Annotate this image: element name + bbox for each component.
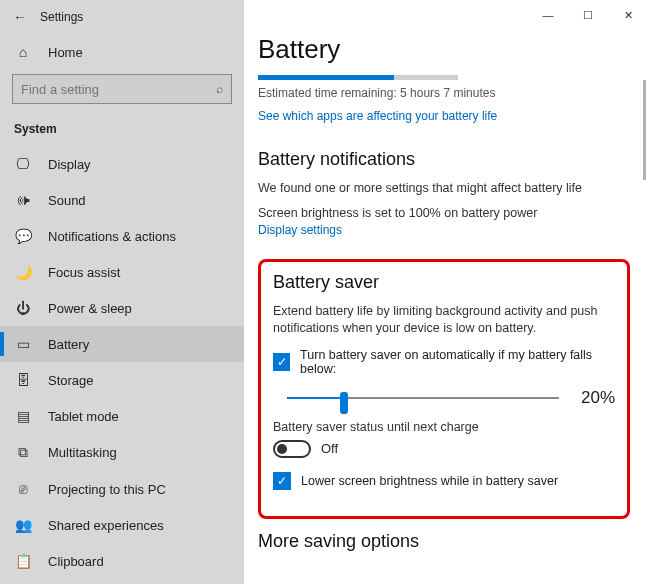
sidebar-item-storage[interactable]: 🗄Storage [0,362,244,398]
sidebar-item-battery[interactable]: ▭Battery [0,326,244,362]
sidebar-item-projecting-to-this-pc[interactable]: ⎚Projecting to this PC [0,471,244,507]
threshold-slider[interactable] [273,386,559,410]
auto-saver-label: Turn battery saver on automatically if m… [300,348,615,376]
nav-label: Notifications & actions [48,229,176,244]
home-icon: ⌂ [14,44,32,60]
nav-icon: 💬 [14,228,32,244]
sidebar-item-notifications-actions[interactable]: 💬Notifications & actions [0,218,244,254]
saver-body: Extend battery life by limiting backgrou… [273,303,615,338]
sidebar: ← Settings ⌂ Home ⌕ System 🖵Display🕪Soun… [0,0,244,584]
more-options-heading: More saving options [258,531,630,552]
toggle-state: Off [321,441,338,456]
nav-label: Sound [48,193,86,208]
sidebar-item-shared-experiences[interactable]: 👥Shared experiences [0,507,244,543]
minimize-button[interactable]: ― [528,0,568,30]
scrollbar[interactable] [643,80,646,180]
content: Battery Estimated time remaining: 5 hour… [244,0,648,584]
battery-progress-fill [258,75,394,80]
nav-list: 🖵Display🕪Sound💬Notifications & actions🌙F… [0,146,244,579]
home-label: Home [48,45,83,60]
nav-label: Focus assist [48,265,120,280]
nav-icon: ▤ [14,408,32,424]
nav-icon: ▭ [14,336,32,352]
nav-icon: 👥 [14,517,32,533]
auto-saver-checkbox[interactable]: ✓ Turn battery saver on automatically if… [273,348,615,376]
saver-heading: Battery saver [273,272,615,293]
nav-label: Storage [48,373,94,388]
window-controls: ― ☐ ✕ [528,0,648,30]
nav-icon: 🌙 [14,264,32,280]
slider-thumb[interactable] [340,392,348,414]
apps-link[interactable]: See which apps are affecting your batter… [258,109,497,123]
display-settings-link[interactable]: Display settings [258,223,342,237]
checkbox-icon: ✓ [273,353,290,371]
back-button[interactable]: ← [10,7,30,27]
nav-icon: ⧉ [14,444,32,461]
nav-icon: 🖵 [14,156,32,172]
window-title: Settings [40,10,83,24]
nav-label: Tablet mode [48,409,119,424]
battery-saver-section: Battery saver Extend battery life by lim… [258,259,630,519]
nav-label: Shared experiences [48,518,164,533]
nav-icon: ⎚ [14,481,32,497]
close-button[interactable]: ✕ [608,0,648,30]
lower-brightness-label: Lower screen brightness while in battery… [301,474,558,488]
nav-label: Clipboard [48,554,104,569]
nav-icon: 🕪 [14,192,32,208]
notifications-body: We found one or more settings that might… [258,180,630,198]
nav-label: Display [48,157,91,172]
sidebar-item-focus-assist[interactable]: 🌙Focus assist [0,254,244,290]
lower-brightness-checkbox[interactable]: ✓ Lower screen brightness while in batte… [273,472,615,490]
sidebar-item-display[interactable]: 🖵Display [0,146,244,182]
slider-value: 20% [573,388,615,408]
battery-progress [258,75,458,80]
saver-toggle[interactable] [273,440,311,458]
search-icon: ⌕ [216,82,223,96]
checkbox-icon: ✓ [273,472,291,490]
nav-label: Battery [48,337,89,352]
nav-icon: ⏻ [14,300,32,316]
search-input[interactable] [21,82,216,97]
sidebar-item-home[interactable]: ⌂ Home [0,34,244,70]
page-title: Battery [258,34,630,65]
nav-label: Projecting to this PC [48,482,166,497]
saver-toggle-row: Off [273,440,615,458]
slider-fill [287,397,344,399]
nav-icon: 📋 [14,553,32,569]
sidebar-item-power-sleep[interactable]: ⏻Power & sleep [0,290,244,326]
brightness-note: Screen brightness is set to 100% on batt… [258,206,630,220]
sidebar-item-tablet-mode[interactable]: ▤Tablet mode [0,398,244,434]
nav-label: Power & sleep [48,301,132,316]
search-box[interactable]: ⌕ [12,74,232,104]
threshold-slider-row: 20% [273,386,615,410]
estimated-time: Estimated time remaining: 5 hours 7 minu… [258,86,630,100]
maximize-button[interactable]: ☐ [568,0,608,30]
notifications-heading: Battery notifications [258,149,630,170]
titlebar: ← Settings [0,0,244,34]
toggle-knob [277,444,287,454]
main-pane: ― ☐ ✕ Battery Estimated time remaining: … [244,0,648,584]
section-header: System [0,112,244,146]
status-label: Battery saver status until next charge [273,420,615,434]
nav-icon: 🗄 [14,372,32,388]
sidebar-item-clipboard[interactable]: 📋Clipboard [0,543,244,579]
nav-label: Multitasking [48,445,117,460]
sidebar-item-multitasking[interactable]: ⧉Multitasking [0,434,244,471]
sidebar-item-sound[interactable]: 🕪Sound [0,182,244,218]
